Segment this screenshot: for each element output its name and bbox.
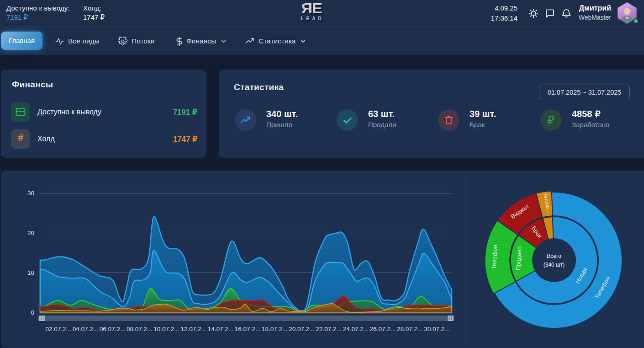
svg-text:24.07.2...: 24.07.2... (343, 326, 369, 332)
svg-text:16.07.2...: 16.07.2... (235, 326, 260, 332)
svg-text:26.07.2...: 26.07.2... (370, 326, 396, 332)
svg-text:0: 0 (31, 309, 34, 316)
svg-text:12.07.2...: 12.07.2... (180, 326, 206, 332)
svg-text:Телефон: Телефон (491, 245, 499, 270)
svg-text:14.07.2...: 14.07.2... (208, 326, 233, 332)
svg-text:Всего: Всего (547, 253, 561, 259)
svg-text:30.07.2...: 30.07.2... (424, 326, 449, 332)
svg-text:20: 20 (27, 230, 34, 236)
svg-text:18.07.2...: 18.07.2... (262, 326, 287, 332)
svg-text:20.07.2...: 20.07.2... (289, 326, 314, 332)
svg-text:22.07.2...: 22.07.2... (316, 326, 341, 332)
svg-text:28.07.2...: 28.07.2... (397, 326, 422, 332)
svg-text:(340 шт): (340 шт) (544, 262, 565, 268)
svg-text:04.07.2...: 04.07.2... (73, 326, 98, 332)
svg-text:10.07.2...: 10.07.2... (153, 326, 179, 332)
svg-text:06.07.2...: 06.07.2... (100, 326, 125, 332)
svg-text:02.07.2...: 02.07.2... (45, 326, 71, 332)
svg-text:08.07.2...: 08.07.2... (127, 326, 152, 332)
svg-text:10: 10 (27, 269, 34, 276)
svg-text:Продано: Продано (515, 246, 523, 270)
svg-text:30: 30 (27, 190, 34, 197)
